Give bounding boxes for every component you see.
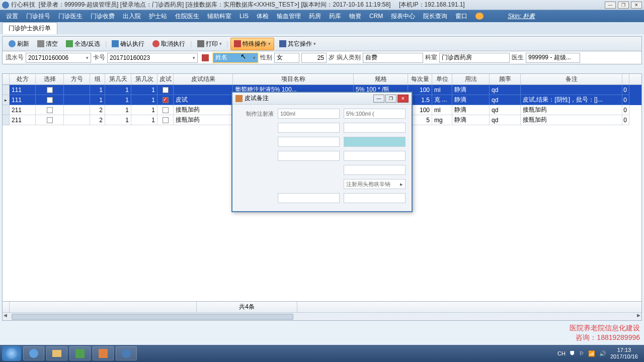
dialog-field-selected[interactable] xyxy=(344,137,406,147)
watermark: 医院养老院信息化建设 咨询：18819289996 xyxy=(570,323,640,343)
col-skinresult[interactable]: 皮试结果 xyxy=(174,74,233,84)
col-unit[interactable]: 单位 xyxy=(432,74,452,84)
dialog-field[interactable] xyxy=(278,137,340,147)
menu-item[interactable]: 输血管理 xyxy=(273,12,305,21)
col-fh[interactable]: 方号 xyxy=(64,74,90,84)
dialog-field[interactable] xyxy=(344,193,406,203)
clear-button[interactable]: 清空 xyxy=(34,38,61,50)
name-combo[interactable]: 姓名 xyxy=(213,53,258,63)
other-button[interactable]: 其它操作▾ xyxy=(276,38,319,50)
confirm-icon xyxy=(112,40,119,47)
skintest-note-dialog: 皮试备注 — ❐ ✕ 制作注射液100ml5%:100ml ( 注射用头孢呋辛钠 xyxy=(231,92,413,212)
dialog-field[interactable] xyxy=(344,151,406,161)
confirm-button[interactable]: 确认执行 xyxy=(109,38,147,50)
dialog-minimize-button[interactable]: — xyxy=(373,95,384,103)
windows-icon xyxy=(6,348,17,359)
tab-bar: 门诊护士执行单 xyxy=(0,22,644,34)
tray-volume-icon[interactable]: 🔊 xyxy=(599,350,606,357)
col-rx[interactable]: 处方 xyxy=(10,74,36,84)
col-dose[interactable]: 每次量 xyxy=(408,74,432,84)
cancel-icon xyxy=(152,40,159,47)
menu-item[interactable]: 体检 xyxy=(253,12,273,21)
dialog-field[interactable] xyxy=(278,151,340,161)
skin-link[interactable]: Skin: 朴素 xyxy=(504,12,539,21)
menu-item[interactable]: 门诊挂号 xyxy=(22,12,54,21)
footer-count: 共4条 xyxy=(197,302,297,312)
age-field: 25 xyxy=(301,53,327,63)
menu-item[interactable]: 住院医生 xyxy=(171,12,203,21)
age-unit: 岁 xyxy=(329,53,335,62)
menu-item[interactable]: 物资 xyxy=(345,12,365,21)
card-combo[interactable]: 201710160023 xyxy=(107,53,198,63)
menu-item[interactable]: 窗口 xyxy=(451,12,471,21)
ptype-label: 病人类别 xyxy=(337,53,361,62)
dept-field: 门诊西药房 xyxy=(439,53,510,63)
minimize-button[interactable]: — xyxy=(605,2,616,9)
toolbar: 刷新 清空 全选/反选 | 确认执行 取消执行 | 打印▾ | 特殊操作▾ 其它… xyxy=(2,36,642,51)
task-app[interactable] xyxy=(93,346,114,360)
menu-item[interactable]: 出入院 xyxy=(119,12,145,21)
col-select[interactable]: 选择 xyxy=(36,74,64,84)
maximize-button[interactable]: ❐ xyxy=(618,2,629,9)
menu-item[interactable]: 辅助科室 xyxy=(203,12,235,21)
menu-item[interactable]: 报表中心 xyxy=(387,12,419,21)
dialog-field[interactable] xyxy=(344,123,406,133)
task-excel[interactable] xyxy=(69,346,91,360)
app-logo-icon xyxy=(2,2,9,9)
col-times[interactable]: 第几次 xyxy=(131,74,157,84)
dialog-field[interactable] xyxy=(344,165,406,175)
tray-shield-icon[interactable]: ⛊ xyxy=(570,350,575,356)
taskbar: CH ⛊ ⚐ 📶 🔊 17:132017/10/16 xyxy=(0,345,644,362)
menu-item[interactable]: CRM xyxy=(365,13,387,20)
tab-nurse-exec[interactable]: 门诊护士执行单 xyxy=(2,22,57,34)
col-group[interactable]: 组 xyxy=(90,74,105,84)
dialog-field[interactable]: 5%:100ml ( xyxy=(344,109,406,119)
title-bar: 行心科技 [登录者：999999-超级管理员] [登录地点：门诊西药房] [连接… xyxy=(0,0,644,10)
menu-item[interactable]: 设置 xyxy=(2,12,22,21)
task-current[interactable] xyxy=(116,346,137,360)
menu-item[interactable]: 护士站 xyxy=(145,12,171,21)
dialog-close-button[interactable]: ✕ xyxy=(397,95,409,103)
menu-item[interactable]: 门诊医生 xyxy=(54,12,87,21)
col-skintest[interactable]: 皮试 xyxy=(157,74,174,84)
dept-label: 科室 xyxy=(425,53,437,62)
tray-clock[interactable]: 17:132017/10/16 xyxy=(610,347,638,360)
help-icon[interactable] xyxy=(475,13,484,20)
col-freq[interactable]: 频率 xyxy=(490,74,521,84)
patient-icon[interactable] xyxy=(202,54,209,61)
menu-item[interactable]: 门诊收费 xyxy=(87,12,119,21)
menu-item[interactable]: 院长查询 xyxy=(419,12,451,21)
print-icon xyxy=(197,40,204,47)
menu-item[interactable]: 药房 xyxy=(305,12,325,21)
title-user: [登录者：999999-超级管理员] xyxy=(39,1,119,9)
print-button[interactable]: 打印▾ xyxy=(194,38,225,50)
special-button[interactable]: 特殊操作▾ xyxy=(230,38,274,50)
menu-item[interactable]: 药库 xyxy=(325,12,345,21)
dialog-icon xyxy=(235,95,243,102)
tray-flag-icon[interactable]: ⚐ xyxy=(579,350,584,357)
horizontal-scrollbar[interactable] xyxy=(3,312,641,320)
task-explorer[interactable] xyxy=(46,346,67,360)
dialog-field[interactable]: 100ml xyxy=(278,109,340,119)
title-location: [登录地点：门诊西药房] xyxy=(120,1,184,9)
dialog-field[interactable] xyxy=(278,123,340,133)
refresh-button[interactable]: 刷新 xyxy=(6,38,32,50)
col-note[interactable]: 备注 xyxy=(521,74,622,84)
tray-network-icon[interactable]: 📶 xyxy=(588,350,595,357)
cancel-button[interactable]: 取消执行 xyxy=(149,38,188,50)
col-method[interactable]: 用法 xyxy=(452,74,490,84)
serial-combo[interactable]: 201710160006 xyxy=(26,53,91,63)
dialog-maximize-button[interactable]: ❐ xyxy=(385,95,396,103)
col-spec[interactable]: 规格 xyxy=(354,74,408,84)
start-button[interactable] xyxy=(2,346,21,361)
serial-label: 流水号 xyxy=(6,53,24,62)
col-day[interactable]: 第几天 xyxy=(105,74,131,84)
dialog-field[interactable] xyxy=(278,193,340,203)
menu-item[interactable]: LIS xyxy=(235,13,253,20)
dialog-drug-combo[interactable]: 注射用头孢呋辛钠 xyxy=(344,179,406,189)
task-ie[interactable] xyxy=(23,346,44,360)
selectall-button[interactable]: 全选/反选 xyxy=(63,38,103,50)
close-button[interactable]: ✕ xyxy=(631,2,642,9)
tray-ime[interactable]: CH xyxy=(557,350,566,356)
col-item[interactable]: 项目名称 xyxy=(233,74,354,84)
